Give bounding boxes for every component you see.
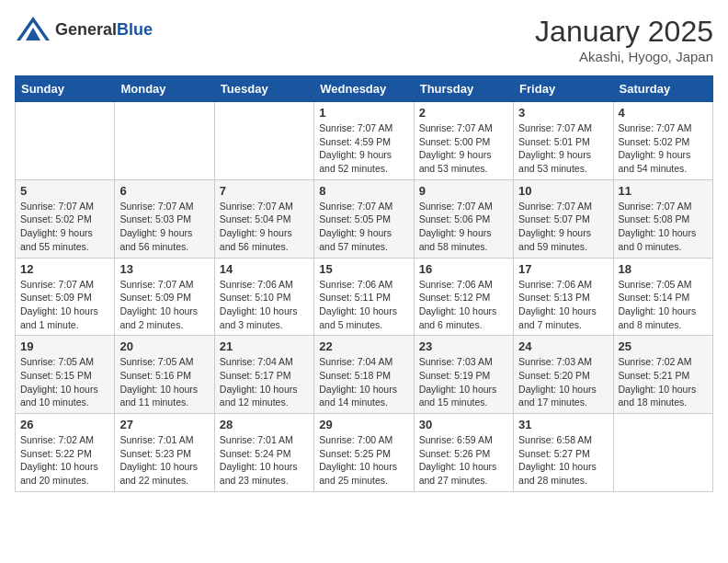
week-row-1: 1Sunrise: 7:07 AMSunset: 4:59 PMDaylight… (16, 102, 713, 180)
day-number: 24 (518, 339, 608, 353)
day-info: Sunrise: 7:03 AMSunset: 5:20 PMDaylight:… (518, 355, 608, 409)
calendar-cell: 2Sunrise: 7:07 AMSunset: 5:00 PMDaylight… (414, 102, 513, 180)
logo: GeneralBlue (15, 15, 153, 44)
day-info: Sunrise: 7:07 AMSunset: 5:02 PMDaylight:… (619, 121, 708, 176)
calendar-title: January 2025 (535, 15, 713, 49)
logo-icon (15, 15, 51, 44)
day-info: Sunrise: 7:07 AMSunset: 4:59 PMDaylight:… (319, 121, 408, 176)
day-number: 7 (220, 184, 309, 198)
page-header: GeneralBlue January 2025 Akashi, Hyogo, … (15, 15, 713, 64)
day-number: 28 (220, 418, 309, 431)
day-number: 19 (20, 339, 109, 353)
day-header-thursday: Thursday (414, 76, 513, 102)
week-row-4: 19Sunrise: 7:05 AMSunset: 5:15 PMDayligh… (16, 336, 713, 414)
day-info: Sunrise: 7:02 AMSunset: 5:21 PMDaylight:… (619, 355, 708, 409)
day-header-sunday: Sunday (16, 76, 115, 102)
calendar-cell (16, 102, 115, 180)
logo-general: General (55, 20, 117, 39)
day-number: 14 (220, 262, 309, 276)
calendar-cell: 8Sunrise: 7:07 AMSunset: 5:05 PMDaylight… (314, 179, 414, 258)
calendar-cell: 9Sunrise: 7:07 AMSunset: 5:06 PMDaylight… (414, 179, 513, 258)
day-header-friday: Friday (514, 76, 613, 102)
calendar-cell: 22Sunrise: 7:04 AMSunset: 5:18 PMDayligh… (314, 336, 414, 414)
day-number: 17 (518, 262, 608, 276)
day-info: Sunrise: 7:04 AMSunset: 5:17 PMDaylight:… (220, 355, 309, 409)
day-header-monday: Monday (115, 76, 214, 102)
day-number: 4 (619, 106, 708, 120)
day-info: Sunrise: 7:00 AMSunset: 5:25 PMDaylight:… (319, 433, 408, 488)
day-number: 11 (619, 184, 708, 198)
week-row-2: 5Sunrise: 7:07 AMSunset: 5:02 PMDaylight… (16, 179, 713, 258)
day-number: 12 (20, 262, 109, 276)
day-number: 9 (419, 184, 508, 198)
day-number: 3 (518, 106, 608, 120)
title-block: January 2025 Akashi, Hyogo, Japan (535, 15, 713, 64)
calendar-cell: 28Sunrise: 7:01 AMSunset: 5:24 PMDayligh… (214, 414, 313, 492)
day-info: Sunrise: 7:05 AMSunset: 5:15 PMDaylight:… (20, 355, 109, 409)
calendar-cell: 16Sunrise: 7:06 AMSunset: 5:12 PMDayligh… (414, 258, 513, 336)
calendar-cell: 6Sunrise: 7:07 AMSunset: 5:03 PMDaylight… (115, 179, 214, 258)
calendar-cell: 13Sunrise: 7:07 AMSunset: 5:09 PMDayligh… (115, 258, 214, 336)
day-info: Sunrise: 7:07 AMSunset: 5:05 PMDaylight:… (319, 200, 408, 254)
calendar-cell (214, 102, 313, 180)
day-info: Sunrise: 7:01 AMSunset: 5:24 PMDaylight:… (220, 433, 309, 488)
calendar-table: SundayMondayTuesdayWednesdayThursdayFrid… (15, 75, 713, 492)
day-number: 25 (619, 339, 708, 353)
day-number: 1 (319, 106, 408, 120)
day-number: 31 (518, 418, 608, 431)
day-number: 23 (419, 339, 508, 353)
day-info: Sunrise: 7:02 AMSunset: 5:22 PMDaylight:… (20, 433, 109, 488)
calendar-cell: 26Sunrise: 7:02 AMSunset: 5:22 PMDayligh… (16, 414, 115, 492)
day-number: 8 (319, 184, 408, 198)
calendar-cell: 30Sunrise: 6:59 AMSunset: 5:26 PMDayligh… (414, 414, 513, 492)
calendar-cell: 19Sunrise: 7:05 AMSunset: 5:15 PMDayligh… (16, 336, 115, 414)
day-info: Sunrise: 7:06 AMSunset: 5:10 PMDaylight:… (220, 278, 309, 332)
day-info: Sunrise: 7:07 AMSunset: 5:09 PMDaylight:… (20, 278, 109, 332)
day-header-tuesday: Tuesday (214, 76, 313, 102)
day-info: Sunrise: 7:07 AMSunset: 5:03 PMDaylight:… (119, 200, 209, 254)
calendar-cell: 14Sunrise: 7:06 AMSunset: 5:10 PMDayligh… (214, 258, 313, 336)
day-info: Sunrise: 7:07 AMSunset: 5:06 PMDaylight:… (419, 200, 508, 254)
calendar-cell: 7Sunrise: 7:07 AMSunset: 5:04 PMDaylight… (214, 179, 313, 258)
day-number: 30 (419, 418, 508, 431)
day-info: Sunrise: 7:05 AMSunset: 5:14 PMDaylight:… (619, 278, 708, 332)
calendar-cell (613, 414, 712, 492)
day-info: Sunrise: 7:07 AMSunset: 5:02 PMDaylight:… (20, 200, 109, 254)
day-number: 15 (319, 262, 408, 276)
day-header-row: SundayMondayTuesdayWednesdayThursdayFrid… (16, 76, 713, 102)
day-info: Sunrise: 6:58 AMSunset: 5:27 PMDaylight:… (518, 433, 608, 488)
calendar-cell: 5Sunrise: 7:07 AMSunset: 5:02 PMDaylight… (16, 179, 115, 258)
calendar-cell: 12Sunrise: 7:07 AMSunset: 5:09 PMDayligh… (16, 258, 115, 336)
day-info: Sunrise: 7:07 AMSunset: 5:04 PMDaylight:… (220, 200, 309, 254)
calendar-cell: 24Sunrise: 7:03 AMSunset: 5:20 PMDayligh… (514, 336, 613, 414)
day-number: 2 (419, 106, 508, 120)
calendar-cell: 20Sunrise: 7:05 AMSunset: 5:16 PMDayligh… (115, 336, 214, 414)
calendar-cell: 15Sunrise: 7:06 AMSunset: 5:11 PMDayligh… (314, 258, 414, 336)
day-number: 18 (619, 262, 708, 276)
calendar-cell: 17Sunrise: 7:06 AMSunset: 5:13 PMDayligh… (514, 258, 613, 336)
day-number: 6 (119, 184, 209, 198)
day-header-wednesday: Wednesday (314, 76, 414, 102)
logo-blue: Blue (117, 20, 153, 39)
calendar-cell: 29Sunrise: 7:00 AMSunset: 5:25 PMDayligh… (314, 414, 414, 492)
day-info: Sunrise: 7:06 AMSunset: 5:12 PMDaylight:… (419, 278, 508, 332)
calendar-cell: 31Sunrise: 6:58 AMSunset: 5:27 PMDayligh… (514, 414, 613, 492)
day-number: 5 (20, 184, 109, 198)
day-info: Sunrise: 7:07 AMSunset: 5:07 PMDaylight:… (518, 200, 608, 254)
calendar-cell: 11Sunrise: 7:07 AMSunset: 5:08 PMDayligh… (613, 179, 712, 258)
day-info: Sunrise: 7:07 AMSunset: 5:08 PMDaylight:… (619, 200, 708, 254)
day-number: 10 (518, 184, 608, 198)
day-number: 20 (119, 339, 209, 353)
calendar-cell: 10Sunrise: 7:07 AMSunset: 5:07 PMDayligh… (514, 179, 613, 258)
calendar-cell: 21Sunrise: 7:04 AMSunset: 5:17 PMDayligh… (214, 336, 313, 414)
day-number: 21 (220, 339, 309, 353)
day-number: 22 (319, 339, 408, 353)
day-info: Sunrise: 7:07 AMSunset: 5:00 PMDaylight:… (419, 121, 508, 176)
day-number: 26 (20, 418, 109, 431)
calendar-cell: 3Sunrise: 7:07 AMSunset: 5:01 PMDaylight… (514, 102, 613, 180)
day-info: Sunrise: 7:04 AMSunset: 5:18 PMDaylight:… (319, 355, 408, 409)
day-info: Sunrise: 7:03 AMSunset: 5:19 PMDaylight:… (419, 355, 508, 409)
calendar-subtitle: Akashi, Hyogo, Japan (535, 49, 713, 64)
day-info: Sunrise: 7:07 AMSunset: 5:09 PMDaylight:… (119, 278, 209, 332)
week-row-5: 26Sunrise: 7:02 AMSunset: 5:22 PMDayligh… (16, 414, 713, 492)
